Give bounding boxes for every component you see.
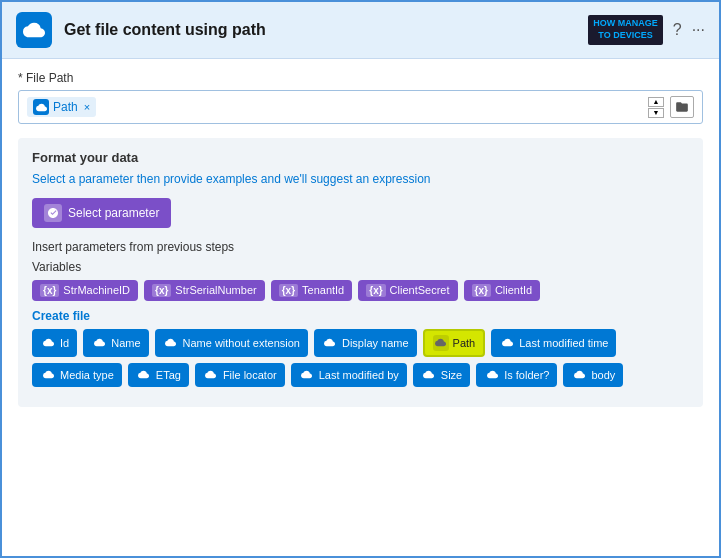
file-tag-label: Name (111, 337, 140, 349)
file-tag-cloud-icon (40, 335, 56, 351)
var-tag-icon: {x} (366, 284, 385, 297)
file-tag-label: Id (60, 337, 69, 349)
file-tag-label: Is folder? (504, 369, 549, 381)
more-options-icon[interactable]: ··· (692, 21, 705, 39)
file-tag-cloud-icon (571, 367, 587, 383)
path-tag[interactable]: Path × (27, 97, 96, 117)
file-tag-ft10[interactable]: Last modified by (291, 363, 407, 387)
input-spinner: ▲ ▼ (648, 97, 664, 118)
insert-params-label: Insert parameters from previous steps (32, 240, 689, 254)
file-tag-ft2[interactable]: Name (83, 329, 148, 357)
header-actions: HOW MANAGE TO DEVICES ? ··· (588, 15, 705, 44)
file-path-input[interactable]: Path × ▲ ▼ (18, 90, 703, 124)
variables-row: {x}StrMachineID{x}StrSerialNumber{x}Tena… (32, 280, 689, 301)
file-tag-label: Path (453, 337, 476, 349)
watermark: HOW MANAGE TO DEVICES (588, 15, 663, 44)
file-tag-ft13[interactable]: body (563, 363, 623, 387)
file-tags-row: IdNameName without extensionDisplay name… (32, 329, 689, 387)
header-icon (16, 12, 52, 48)
file-tag-label: Size (441, 369, 462, 381)
spin-up-button[interactable]: ▲ (648, 97, 664, 107)
var-tag-label: ClientSecret (390, 284, 450, 296)
main-container: Get file content using path HOW MANAGE T… (0, 0, 721, 558)
file-tag-cloud-icon (91, 335, 107, 351)
page-title: Get file content using path (64, 21, 576, 39)
select-parameter-button[interactable]: Select parameter (32, 198, 171, 228)
file-tag-label: Display name (342, 337, 409, 349)
file-tag-label: Last modified by (319, 369, 399, 381)
variable-tag-var1[interactable]: {x}StrMachineID (32, 280, 138, 301)
file-tag-label: Media type (60, 369, 114, 381)
file-tag-cloud-icon (421, 367, 437, 383)
variable-tag-var2[interactable]: {x}StrSerialNumber (144, 280, 265, 301)
var-tag-label: StrMachineID (63, 284, 130, 296)
file-tag-cloud-icon (499, 335, 515, 351)
variable-tag-var3[interactable]: {x}TenantId (271, 280, 353, 301)
path-tag-label: Path (53, 100, 78, 114)
variable-tag-var5[interactable]: {x}ClientId (464, 280, 541, 301)
spin-down-button[interactable]: ▼ (648, 108, 664, 118)
file-tag-cloud-icon (484, 367, 500, 383)
var-tag-label: StrSerialNumber (175, 284, 256, 296)
file-tag-ft8[interactable]: ETag (128, 363, 189, 387)
path-tag-cloud-icon (33, 99, 49, 115)
select-param-label: Select parameter (68, 206, 159, 220)
file-tag-cloud-icon (163, 335, 179, 351)
path-tag-close[interactable]: × (84, 101, 90, 113)
file-tag-cloud-icon (203, 367, 219, 383)
var-tag-icon: {x} (472, 284, 491, 297)
file-tag-label: Last modified time (519, 337, 608, 349)
var-tag-label: ClientId (495, 284, 532, 296)
file-tag-ft6[interactable]: Last modified time (491, 329, 616, 357)
file-tag-cloud-icon (299, 367, 315, 383)
file-tag-cloud-icon (322, 335, 338, 351)
file-tag-label: body (591, 369, 615, 381)
file-tag-ft7[interactable]: Media type (32, 363, 122, 387)
header: Get file content using path HOW MANAGE T… (2, 2, 719, 59)
format-title: Format your data (32, 150, 689, 165)
var-tag-icon: {x} (40, 284, 59, 297)
var-tag-icon: {x} (279, 284, 298, 297)
body-content: * File Path Path × ▲ ▼ (2, 59, 719, 556)
create-file-label: Create file (32, 309, 689, 323)
var-tag-label: TenantId (302, 284, 344, 296)
var-tag-icon: {x} (152, 284, 171, 297)
file-tag-label: ETag (156, 369, 181, 381)
file-tag-ft11[interactable]: Size (413, 363, 470, 387)
file-tag-ft5[interactable]: Path (423, 329, 486, 357)
input-controls: ▲ ▼ (648, 96, 694, 118)
format-subtitle: Select a parameter then provide examples… (32, 171, 689, 188)
file-path-label: * File Path (18, 71, 703, 85)
file-tag-ft1[interactable]: Id (32, 329, 77, 357)
help-icon[interactable]: ? (673, 21, 682, 39)
file-tag-ft3[interactable]: Name without extension (155, 329, 308, 357)
file-tag-cloud-icon (433, 335, 449, 351)
file-tag-label: File locator (223, 369, 277, 381)
file-tag-cloud-icon (136, 367, 152, 383)
format-section: Format your data Select a parameter then… (18, 138, 703, 407)
variable-tag-var4[interactable]: {x}ClientSecret (358, 280, 457, 301)
file-tag-ft9[interactable]: File locator (195, 363, 285, 387)
file-tag-label: Name without extension (183, 337, 300, 349)
file-tag-ft4[interactable]: Display name (314, 329, 417, 357)
variables-label: Variables (32, 260, 689, 274)
file-tag-cloud-icon (40, 367, 56, 383)
file-tag-ft12[interactable]: Is folder? (476, 363, 557, 387)
folder-button[interactable] (670, 96, 694, 118)
select-param-icon (44, 204, 62, 222)
